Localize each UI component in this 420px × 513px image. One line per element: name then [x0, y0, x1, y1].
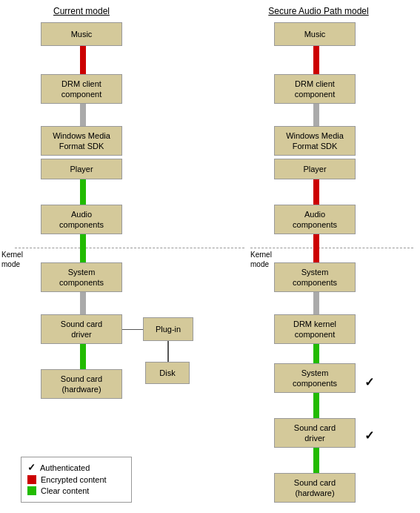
- right-syscomp2-box: Systemcomponents: [274, 363, 356, 393]
- left-kernel-label: Kernelmode: [1, 250, 23, 269]
- disk-box: Disk: [145, 362, 190, 384]
- right-player-box: Player: [274, 159, 356, 179]
- left-schw-box: Sound card(hardware): [41, 369, 122, 399]
- right-conn-red-2: [313, 179, 319, 205]
- right-conn-red-3: [313, 234, 319, 262]
- left-scdriver-box: Sound carddriver: [41, 314, 122, 344]
- left-conn-gray-2: [80, 292, 86, 314]
- right-conn-green-1: [313, 344, 319, 363]
- legend-encrypted-label: Encrypted content: [41, 475, 107, 484]
- encrypted-swatch: [27, 475, 36, 484]
- checkmark-2: ✓: [364, 428, 374, 443]
- left-player-box: Player: [41, 159, 122, 179]
- right-conn-gray-1: [313, 104, 319, 126]
- right-conn-green-2: [313, 393, 319, 418]
- right-conn-green-3: [313, 448, 319, 473]
- legend: ✓ Authenticated Encrypted content Clear …: [21, 457, 132, 503]
- right-music-box: Music: [274, 22, 356, 46]
- right-conn-gray-2: [313, 292, 319, 314]
- left-drm-box: DRM clientcomponent: [41, 74, 122, 104]
- clear-swatch: [27, 486, 36, 495]
- left-conn-green-1: [80, 179, 86, 205]
- left-wmfsdk-box: Windows MediaFormat SDK: [41, 126, 122, 156]
- right-kernel-line: [250, 248, 413, 248]
- page: Current model Secure Audio Path model Mu…: [0, 0, 420, 513]
- legend-authenticated-label: Authenticated: [40, 463, 90, 472]
- left-conn-green-3: [80, 344, 86, 369]
- plugin-down-line: [167, 341, 169, 362]
- right-schw-box: Sound card(hardware): [274, 473, 356, 503]
- left-audio-box: Audiocomponents: [41, 205, 122, 234]
- left-kernel-line: [15, 248, 244, 248]
- legend-encrypted: Encrypted content: [27, 475, 125, 484]
- left-conn-gray-1: [80, 104, 86, 126]
- left-title: Current model: [41, 6, 122, 16]
- right-syscomp1-box: Systemcomponents: [274, 262, 356, 292]
- legend-clear-label: Clear content: [41, 486, 89, 495]
- left-conn-red-1: [80, 46, 86, 74]
- legend-authenticated: ✓ Authenticated: [27, 462, 125, 473]
- right-drm-box: DRM clientcomponent: [274, 74, 356, 104]
- right-audio-box: Audiocomponents: [274, 205, 356, 234]
- checkmark-legend-icon: ✓: [27, 462, 36, 473]
- checkmark-1: ✓: [364, 375, 374, 389]
- left-music-box: Music: [41, 22, 122, 46]
- right-conn-red-1: [313, 46, 319, 74]
- right-kernel-label: Kernelmode: [250, 250, 272, 269]
- left-syscomp-box: Systemcomponents: [41, 262, 122, 292]
- left-conn-green-2: [80, 234, 86, 262]
- plugin-box: Plug-in: [143, 317, 193, 341]
- legend-clear: Clear content: [27, 486, 125, 495]
- right-drmkernel-box: DRM kernelcomponent: [274, 314, 356, 344]
- right-wmfsdk-box: Windows MediaFormat SDK: [274, 126, 356, 156]
- left-plugin-hline: [122, 329, 143, 330]
- right-title: Secure Audio Path model: [259, 6, 378, 16]
- right-scdriver-box: Sound carddriver: [274, 418, 356, 448]
